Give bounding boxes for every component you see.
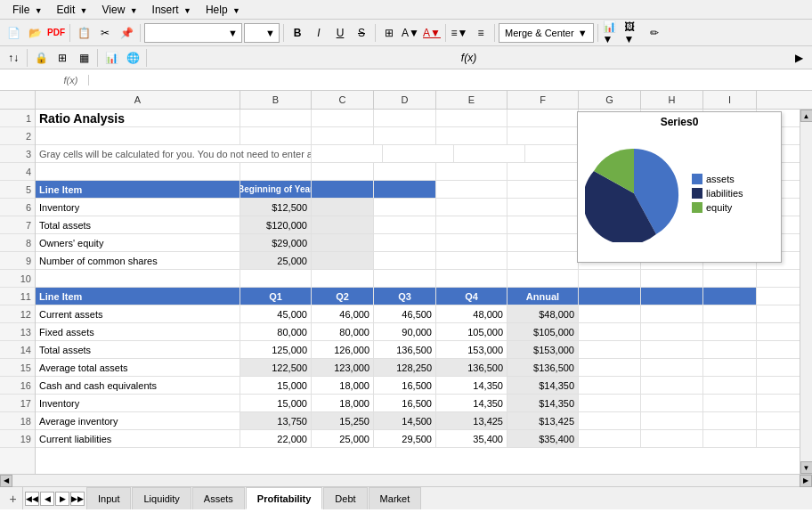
tab-market[interactable]: Market	[369, 487, 422, 509]
grid-content: Ratio Analysis	[36, 110, 800, 474]
sep6	[494, 24, 495, 42]
extra-btn[interactable]: ✏	[645, 23, 664, 43]
col-E[interactable]: E	[436, 91, 508, 109]
cell-cs-val: 25,000	[240, 252, 312, 269]
col-C[interactable]: C	[312, 91, 374, 109]
cell-common-shares: Number of common shares	[36, 252, 240, 269]
col-I[interactable]: I	[703, 91, 757, 109]
globe-btn[interactable]: 🌐	[123, 48, 142, 68]
header-q3: Q3	[374, 288, 436, 305]
toolbar-1: 📄 📂 PDF 📋 ✂ 📌 ▼ ▼ B I U S ⊞ A▼ A▼ ≡▼ ≡ M…	[0, 20, 812, 46]
chart-legend: assets liabilities equity	[692, 174, 743, 213]
grid-body: 1 2 3 4 5 6 7 8 9 10 11 12 13 14 15 16 1…	[0, 110, 812, 474]
cell-f3	[454, 145, 525, 162]
header-lineitem-1: Line Item	[36, 181, 240, 198]
menu-insert[interactable]: Insert ▼	[145, 2, 199, 18]
legend-label-equity: equity	[706, 202, 732, 213]
table-row: Current assets 45,000 46,000 46,500 48,0…	[36, 305, 800, 323]
table-row: Average total assets 122,500 123,000 128…	[36, 359, 800, 377]
indent-btn[interactable]: ≡▼	[450, 23, 469, 43]
header-q2: Q2	[312, 288, 374, 305]
chart-title: Series0	[578, 112, 781, 130]
scroll-right-btn[interactable]: ▶	[800, 475, 812, 487]
scroll-left-btn[interactable]: ◀	[0, 475, 12, 487]
cell-owners-equity: Owners' equity	[36, 234, 240, 251]
cell-d3	[312, 145, 383, 162]
font-size[interactable]: ▼	[244, 23, 280, 43]
menu-file[interactable]: File ▼	[5, 2, 50, 18]
col-D[interactable]: D	[374, 91, 436, 109]
font-color-btn[interactable]: A▼	[422, 23, 442, 43]
rn-14: 14	[0, 341, 35, 359]
borders-btn[interactable]: ⊞	[379, 23, 399, 43]
cell-inv-val: $12,500	[240, 199, 312, 216]
lock-btn[interactable]: 🔒	[31, 48, 51, 68]
rn-11: 11	[0, 288, 35, 305]
cell-inventory: Inventory	[36, 199, 240, 216]
new-btn[interactable]: 📄	[4, 23, 23, 43]
grid-btn[interactable]: ⊞	[53, 48, 72, 68]
sep7	[597, 24, 598, 42]
menu-help[interactable]: Help ▼	[199, 2, 248, 18]
cell-oe-val: $29,000	[240, 234, 312, 251]
pdf-btn[interactable]: PDF	[46, 23, 66, 43]
open-btn[interactable]: 📂	[25, 23, 45, 43]
align-btn[interactable]: ≡	[471, 23, 491, 43]
legend-color-liabilities	[692, 188, 702, 199]
tab-input[interactable]: Input	[86, 487, 131, 509]
col-G[interactable]: G	[579, 91, 641, 109]
rn-13: 13	[0, 323, 35, 341]
paste-btn[interactable]: 📌	[117, 23, 136, 43]
grid2-btn[interactable]: ▦	[74, 48, 93, 68]
col-B[interactable]: B	[240, 91, 312, 109]
legend-label-assets: assets	[706, 174, 735, 184]
scroll-down-btn[interactable]: ▼	[800, 461, 813, 474]
copy-btn[interactable]: 📋	[74, 23, 93, 43]
formula-icon: f(x)	[53, 75, 89, 85]
col-A[interactable]: A	[36, 91, 240, 109]
tab-liquidity[interactable]: Liquidity	[132, 487, 191, 509]
cut-btn[interactable]: ✂	[95, 23, 115, 43]
col-H[interactable]: H	[641, 91, 703, 109]
underline-btn[interactable]: U	[330, 23, 350, 43]
tab-assets[interactable]: Assets	[192, 487, 245, 509]
img-btn[interactable]: 🖼▼	[623, 23, 643, 43]
table-row: Fixed assets 80,000 80,000 90,000 105,00…	[36, 323, 800, 341]
menu-bar: File ▼ Edit ▼ View ▼ Insert ▼ Help ▼	[0, 0, 812, 20]
merge-center-btn[interactable]: Merge & Center▼	[499, 23, 594, 43]
chart-btn[interactable]: 📊▼	[602, 23, 621, 43]
cell-e3	[383, 145, 454, 162]
strikethrough-btn[interactable]: S	[352, 23, 371, 43]
tab-nav-prev[interactable]: ◀	[40, 492, 54, 506]
table-row: Inventory 15,000 18,000 16,500 14,350 $1…	[36, 395, 800, 412]
legend-equity: equity	[692, 202, 743, 213]
rn-3: 3	[0, 145, 35, 163]
tab-profitability[interactable]: Profitability	[246, 487, 323, 509]
rn-5: 5	[0, 181, 35, 199]
tab-nav-next[interactable]: ▶	[55, 492, 69, 506]
tab-nav-last[interactable]: ▶▶	[70, 492, 85, 506]
sort-asc-btn[interactable]: ↑↓	[4, 48, 23, 68]
cell-a2	[36, 127, 240, 144]
col-F[interactable]: F	[508, 91, 579, 109]
rn-4: 4	[0, 163, 35, 181]
italic-btn[interactable]: I	[309, 23, 329, 43]
bg-color-btn[interactable]: A▼	[401, 23, 420, 43]
tab-debt[interactable]: Debt	[323, 487, 367, 509]
bold-btn[interactable]: B	[288, 23, 307, 43]
sep9	[97, 49, 98, 67]
menu-edit[interactable]: Edit ▼	[50, 2, 95, 18]
menu-view[interactable]: View ▼	[95, 2, 145, 18]
scrollbar-right[interactable]: ▲ ▼	[800, 110, 812, 474]
scroll-up-btn[interactable]: ▲	[800, 110, 813, 122]
header-annual: Annual	[508, 288, 579, 305]
rn-16: 16	[0, 377, 35, 395]
rn-1: 1	[0, 110, 35, 127]
tab-nav-first[interactable]: ◀◀	[25, 492, 39, 506]
scroll-right-btn[interactable]: ▶	[789, 48, 808, 68]
cell-b2	[240, 127, 312, 144]
bar-chart-btn[interactable]: 📊	[102, 48, 121, 68]
cell-c2	[312, 127, 374, 144]
font-name[interactable]: ▼	[144, 23, 242, 43]
add-sheet-btn[interactable]: +	[4, 487, 23, 509]
